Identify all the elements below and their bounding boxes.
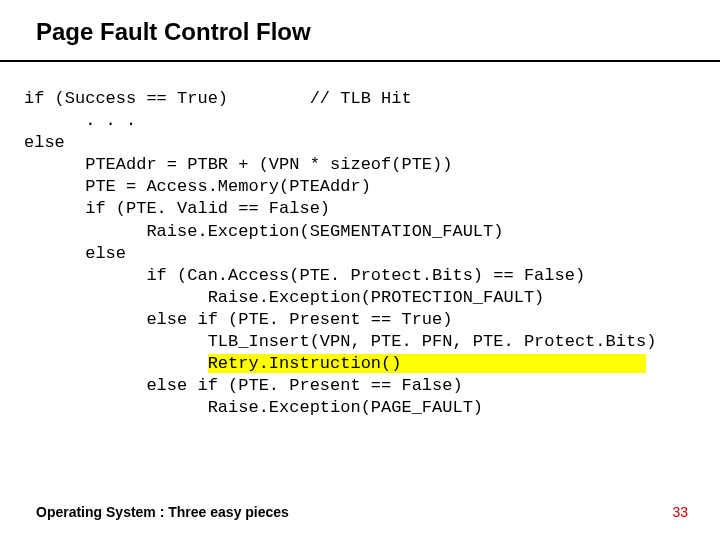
- title-divider: [0, 60, 720, 62]
- code-line: else if (PTE. Present == False): [24, 376, 463, 395]
- code-line: Raise.Exception(PAGE_FAULT): [24, 398, 483, 417]
- code-line: PTE = Access.Memory(PTEAddr): [24, 177, 371, 196]
- code-line: if (Success == True) // TLB Hit: [24, 89, 412, 108]
- code-line: TLB_Insert(VPN, PTE. PFN, PTE. Protect.B…: [24, 332, 657, 351]
- code-line: else: [24, 133, 65, 152]
- page-number: 33: [672, 504, 688, 520]
- highlighted-line: Retry.Instruction(): [208, 354, 647, 373]
- code-line: else: [24, 244, 126, 263]
- footer-text: Operating System : Three easy pieces: [36, 504, 289, 520]
- code-line: . . .: [24, 111, 136, 130]
- code-line: if (Can.Access(PTE. Protect.Bits) == Fal…: [24, 266, 585, 285]
- page-title: Page Fault Control Flow: [36, 18, 311, 46]
- code-block: if (Success == True) // TLB Hit . . . el…: [24, 88, 704, 419]
- code-line: Raise.Exception(PROTECTION_FAULT): [24, 288, 544, 307]
- code-line: Raise.Exception(SEGMENTATION_FAULT): [24, 222, 503, 241]
- slide: Page Fault Control Flow if (Success == T…: [0, 0, 720, 540]
- code-line: else if (PTE. Present == True): [24, 310, 452, 329]
- code-indent: [24, 354, 208, 373]
- code-line: PTEAddr = PTBR + (VPN * sizeof(PTE)): [24, 155, 452, 174]
- code-line: if (PTE. Valid == False): [24, 199, 330, 218]
